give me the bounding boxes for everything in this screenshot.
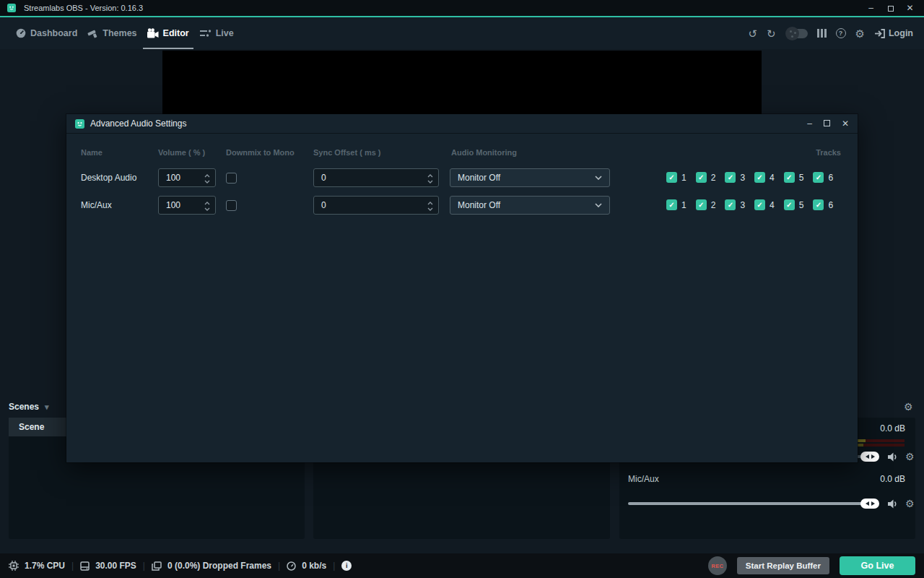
column-header-name: Name <box>81 148 103 157</box>
track-checkbox-checked[interactable]: ✓ <box>754 199 765 210</box>
undo-icon[interactable]: ↺ <box>748 28 757 39</box>
sync-offset-input[interactable]: 0 <box>313 196 439 215</box>
login-button[interactable]: Login <box>874 28 913 38</box>
redo-icon[interactable]: ↻ <box>767 28 776 39</box>
desktop-audio-gear-icon[interactable]: ⚙ <box>905 452 915 462</box>
night-mode-toggle[interactable] <box>788 29 808 38</box>
help-icon[interactable]: ? <box>836 28 846 38</box>
track-number: 1 <box>681 200 687 210</box>
track-toggle: ✓6 <box>813 172 833 183</box>
advanced-audio-settings-dialog: Advanced Audio Settings – ✕ Name Volume … <box>66 114 858 462</box>
track-checkbox-checked[interactable]: ✓ <box>813 199 824 210</box>
sync-offset-spinner[interactable] <box>427 169 433 188</box>
mic-aux-slider-track[interactable] <box>628 502 866 505</box>
track-checkbox-checked[interactable]: ✓ <box>813 172 824 183</box>
track-checkbox-checked[interactable]: ✓ <box>666 199 677 210</box>
tab-editor[interactable]: Editor <box>142 17 194 49</box>
status-actions: REC Start Replay Buffer Go Live <box>708 556 915 575</box>
fps-counter: 30.00 FPS <box>80 561 136 571</box>
track-toggle: ✓3 <box>725 172 745 183</box>
spinner-down-icon[interactable] <box>427 207 433 211</box>
column-header-downmix: Downmix to Mono <box>226 148 295 157</box>
spinner-down-icon[interactable] <box>204 207 210 211</box>
track-toggle: ✓5 <box>784 172 804 183</box>
mixer-settings-gear-icon[interactable]: ⚙ <box>904 401 913 413</box>
chevron-down-icon <box>595 203 602 207</box>
track-checkbox-checked[interactable]: ✓ <box>696 172 707 183</box>
tab-live[interactable]: Live <box>194 17 239 49</box>
minimize-button[interactable]: – <box>861 0 881 16</box>
track-checkbox-checked[interactable]: ✓ <box>696 199 707 210</box>
status-separator: | <box>278 561 280 571</box>
dialog-close-button[interactable]: ✕ <box>842 114 849 134</box>
mic-aux-gear-icon[interactable]: ⚙ <box>905 499 915 509</box>
track-number: 3 <box>740 173 745 183</box>
mic-aux-mute-speaker-icon[interactable] <box>888 499 898 509</box>
audio-monitoring-value: Monitor Off <box>458 173 500 183</box>
spinner-down-icon[interactable] <box>427 180 433 184</box>
dialog-minimize-button[interactable]: – <box>807 114 812 134</box>
volume-input[interactable]: 100 <box>158 196 216 215</box>
source-name: Desktop Audio <box>81 168 136 187</box>
record-button[interactable]: REC <box>708 556 727 575</box>
spinner-up-icon[interactable] <box>204 202 210 205</box>
maximize-button[interactable] <box>881 0 900 16</box>
status-separator: | <box>71 561 74 571</box>
column-header-tracks: Tracks <box>816 148 841 157</box>
volume-spinner[interactable] <box>204 169 210 188</box>
handle-right-arrow-icon <box>871 454 875 459</box>
track-toggle: ✓4 <box>754 172 775 183</box>
desktop-audio-mute-speaker-icon[interactable] <box>888 452 898 462</box>
go-live-button[interactable]: Go Live <box>840 556 915 575</box>
track-checkbox-checked[interactable]: ✓ <box>784 199 795 210</box>
scenes-caret-icon[interactable]: ▾ <box>45 402 49 412</box>
fps-value: 30.00 FPS <box>95 561 136 571</box>
nav-actions: ↺ ↻ ? ⚙ Login <box>748 17 913 49</box>
settings-gear-icon[interactable]: ⚙ <box>855 28 865 39</box>
scenes-panel-header: Scenes ▾ <box>9 402 49 412</box>
nav-bar: Dashboard Themes Editor Live ↺ ↻ ? ⚙ Log… <box>0 17 924 49</box>
sync-offset-input[interactable]: 0 <box>313 168 439 187</box>
downmix-checkbox[interactable] <box>226 200 237 211</box>
mic-aux-slider-handle[interactable] <box>860 499 879 509</box>
audio-monitoring-select[interactable]: Monitor Off <box>450 196 610 215</box>
track-checkbox-checked[interactable]: ✓ <box>725 172 736 183</box>
volume-spinner[interactable] <box>204 197 210 215</box>
themes-icon <box>87 28 98 38</box>
layout-columns-icon[interactable] <box>817 29 827 38</box>
dropped-frames-icon <box>152 561 162 571</box>
track-checkbox-checked[interactable]: ✓ <box>666 172 677 183</box>
tab-label: Dashboard <box>30 28 77 38</box>
downmix-checkbox[interactable] <box>226 173 237 184</box>
close-button[interactable]: ✕ <box>900 0 920 16</box>
track-toggle: ✓2 <box>696 172 716 183</box>
info-icon[interactable]: i <box>341 561 352 571</box>
track-number: 6 <box>828 173 833 183</box>
spinner-up-icon[interactable] <box>204 174 210 178</box>
source-name: Mic/Aux <box>81 196 112 215</box>
track-checkbox-checked[interactable]: ✓ <box>754 172 765 183</box>
dropped-frames: 0 (0.0%) Dropped Frames <box>152 561 271 571</box>
track-toggle: ✓6 <box>813 199 833 210</box>
start-replay-buffer-button[interactable]: Start Replay Buffer <box>737 557 829 574</box>
tab-themes[interactable]: Themes <box>82 17 141 49</box>
tab-dashboard[interactable]: Dashboard <box>11 17 82 49</box>
audio-monitoring-select[interactable]: Monitor Off <box>450 168 610 187</box>
volume-input[interactable]: 100 <box>158 168 216 187</box>
sync-offset-value: 0 <box>321 200 326 210</box>
status-metrics: 1.7% CPU | 30.00 FPS | 0 (0.0%) Dropped … <box>9 561 352 571</box>
track-number: 5 <box>799 173 804 183</box>
track-number: 2 <box>711 173 716 183</box>
spinner-up-icon[interactable] <box>427 174 433 178</box>
login-label: Login <box>889 28 913 38</box>
track-toggle: ✓5 <box>784 199 804 210</box>
spinner-up-icon[interactable] <box>427 202 433 205</box>
sync-offset-spinner[interactable] <box>427 197 433 215</box>
track-checkbox-checked[interactable]: ✓ <box>725 199 736 210</box>
track-toggle: ✓1 <box>666 172 687 183</box>
track-number: 5 <box>799 200 804 210</box>
dialog-maximize-button[interactable] <box>824 114 830 134</box>
track-checkbox-checked[interactable]: ✓ <box>784 172 795 183</box>
spinner-down-icon[interactable] <box>204 180 210 184</box>
desktop-audio-slider-handle[interactable] <box>860 452 879 462</box>
